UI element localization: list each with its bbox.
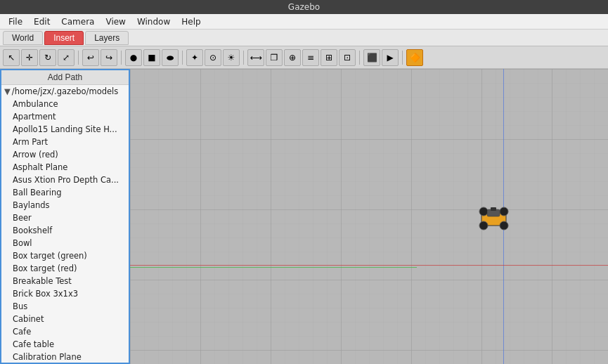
menu-camera[interactable]: Camera — [56, 15, 100, 28]
measure-icon[interactable]: ⟷ — [247, 49, 264, 66]
tree-item[interactable]: Cafe table — [1, 338, 129, 351]
box-icon[interactable]: ■ — [143, 49, 160, 66]
sep4 — [243, 51, 244, 65]
add-path-button[interactable]: Add Path — [1, 70, 129, 85]
tree-item[interactable]: Baylands — [1, 199, 129, 212]
tree-item[interactable]: Breakable Test — [1, 275, 129, 287]
horizontal-axis-line-red — [130, 265, 608, 266]
move-tool-icon[interactable]: ✛ — [21, 49, 38, 66]
tree-item[interactable]: Ball Bearing — [1, 186, 129, 199]
tree-item[interactable]: Arrow (red) — [1, 148, 129, 161]
wire-icon[interactable]: ⊡ — [339, 49, 356, 66]
svg-point-3 — [479, 221, 488, 230]
sphere-icon[interactable]: ● — [125, 49, 142, 66]
tree-item[interactable]: Cabinet — [1, 313, 129, 325]
tree-item[interactable]: Apartment — [1, 110, 129, 123]
tree-item[interactable]: Arm Part — [1, 136, 129, 148]
tree-item[interactable]: Cafe — [1, 325, 129, 338]
tab-layers[interactable]: Layers — [85, 31, 129, 45]
play-icon[interactable]: ▶ — [382, 49, 399, 66]
rotate-tool-icon[interactable]: ↻ — [39, 49, 56, 66]
align-icon[interactable]: ≡ — [302, 49, 319, 66]
svg-point-6 — [500, 207, 508, 216]
snap-icon[interactable]: ⊞ — [321, 49, 337, 66]
sep1 — [78, 51, 79, 65]
tab-insert[interactable]: Insert — [44, 31, 84, 45]
paste-icon[interactable]: ⊕ — [284, 49, 301, 66]
sep5 — [359, 51, 360, 65]
tree-item[interactable]: Bus — [1, 300, 129, 313]
tree-item[interactable]: Box target (green) — [1, 249, 129, 262]
title-bar: Gazebo — [0, 0, 608, 14]
tree-item[interactable]: Brick Box 3x1x3 — [1, 287, 129, 300]
tree-collapse-arrow: ▼ — [4, 86, 11, 96]
menu-view[interactable]: View — [100, 15, 131, 28]
menu-bar: File Edit Camera View Window Help — [0, 14, 608, 30]
tree-item[interactable]: Bookshelf — [1, 224, 129, 237]
record-icon[interactable]: ⬛ — [363, 49, 380, 66]
copy-icon[interactable]: ❐ — [266, 49, 283, 66]
sep3 — [182, 51, 183, 65]
scale-tool-icon[interactable]: ⤢ — [58, 49, 75, 66]
dir-light-icon[interactable]: ☀ — [223, 49, 240, 66]
sep2 — [121, 51, 122, 65]
tree-item[interactable]: Beer — [1, 212, 129, 224]
svg-point-5 — [479, 207, 488, 216]
horizontal-axis-line-green — [130, 267, 417, 268]
tree-item[interactable]: Apollo15 Landing Site H... — [1, 123, 129, 136]
tree-item[interactable]: Box target (red) — [1, 262, 129, 275]
tree-root-item[interactable]: ▼ /home/jzx/.gazebo/models — [1, 85, 129, 98]
menu-help[interactable]: Help — [176, 15, 206, 28]
viewport[interactable] — [130, 69, 608, 364]
menu-edit[interactable]: Edit — [28, 15, 56, 28]
undo-icon[interactable]: ↩ — [82, 49, 99, 66]
tree-root-label: /home/jzx/.gazebo/models — [12, 86, 118, 96]
tree-item[interactable]: Asphalt Plane — [1, 161, 129, 174]
app-title: Gazebo — [288, 2, 320, 12]
spotlight-icon[interactable]: ⊙ — [205, 49, 221, 66]
tab-world[interactable]: World — [3, 31, 43, 45]
point-light-icon[interactable]: ✦ — [186, 49, 203, 66]
svg-rect-8 — [491, 207, 496, 211]
cursor-tool-icon[interactable]: ↖ — [3, 49, 20, 66]
menu-window[interactable]: Window — [131, 15, 176, 28]
left-panel: Add Path ▼ /home/jzx/.gazebo/models Ambu… — [0, 69, 130, 364]
model-tree: ▼ /home/jzx/.gazebo/models AmbulanceApar… — [1, 85, 129, 363]
tree-item[interactable]: Bowl — [1, 237, 129, 249]
sep6 — [402, 51, 403, 65]
tab-bar: World Insert Layers — [0, 30, 608, 46]
tree-item[interactable]: Calibration Plane — [1, 351, 129, 363]
svg-point-4 — [500, 221, 508, 230]
menu-file[interactable]: File — [3, 15, 28, 28]
tree-item[interactable]: Ambulance — [1, 98, 129, 110]
robot-model — [474, 206, 513, 230]
tree-item[interactable]: Asus Xtion Pro Depth Ca... — [1, 174, 129, 186]
redo-icon[interactable]: ↪ — [101, 49, 117, 66]
highlight-icon[interactable]: 🔶 — [406, 49, 423, 66]
cylinder-icon[interactable]: ⬬ — [162, 49, 179, 66]
grid-canvas — [130, 69, 608, 364]
icon-toolbar: ↖ ✛ ↻ ⤢ ↩ ↪ ● ■ ⬬ ✦ ⊙ ☀ ⟷ ❐ ⊕ ≡ ⊞ ⊡ ⬛ ▶ … — [0, 46, 608, 69]
main-area: Add Path ▼ /home/jzx/.gazebo/models Ambu… — [0, 69, 608, 364]
svg-rect-1 — [130, 69, 608, 364]
